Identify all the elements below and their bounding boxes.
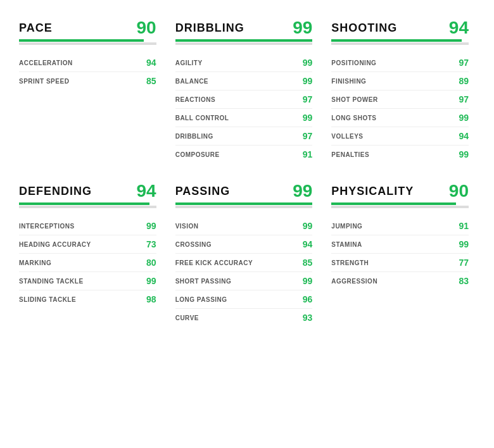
stat-value: 99 — [146, 221, 156, 231]
category-physicality: PHYSICALITY 90 JUMPING 91 STAMINA 99 STR… — [325, 176, 481, 339]
stat-row-shooting-5: PENALTIES 99 — [331, 146, 469, 163]
stat-row-shooting-0: POSITIONING 97 — [331, 54, 469, 72]
category-name: DRIBBLING — [175, 22, 244, 35]
stat-name: SPRINT SPEED — [19, 78, 69, 85]
category-bar-bg — [331, 206, 469, 208]
category-bar-fill — [19, 202, 149, 205]
stat-value: 94 — [303, 239, 313, 249]
stat-row-shooting-2: SHOT POWER 97 — [331, 90, 469, 109]
stat-value: 99 — [303, 221, 313, 231]
stat-value: 99 — [459, 239, 469, 249]
stat-value: 89 — [459, 76, 469, 86]
stat-name: MARKING — [19, 259, 51, 266]
stat-row-defending-2: MARKING 80 — [19, 254, 156, 272]
category-bar-bg — [19, 206, 156, 208]
stat-value: 83 — [459, 276, 469, 286]
category-score: 99 — [293, 182, 312, 200]
stat-name: STAMINA — [331, 241, 362, 248]
stat-value: 85 — [146, 76, 156, 86]
stat-name: STANDING TACKLE — [19, 278, 84, 285]
stat-name: POSITIONING — [331, 59, 376, 66]
category-name: DEFENDING — [19, 185, 92, 198]
stat-row-dribbling-2: REACTIONS 97 — [175, 90, 313, 109]
category-bar-bg — [331, 42, 469, 45]
stat-name: JUMPING — [331, 223, 362, 230]
stat-name: LONG PASSING — [175, 296, 227, 303]
stat-value: 97 — [459, 94, 469, 104]
category-header: PACE 90 — [19, 19, 156, 37]
category-bar-fill — [175, 202, 313, 205]
category-name: PACE — [19, 22, 53, 35]
stat-name: AGGRESSION — [331, 278, 377, 285]
stat-row-passing-0: VISION 99 — [175, 217, 313, 235]
stat-value: 77 — [459, 258, 469, 268]
stat-row-passing-3: SHORT PASSING 99 — [175, 272, 313, 290]
category-header: DEFENDING 94 — [19, 182, 156, 200]
stat-value: 99 — [146, 276, 156, 286]
stat-name: ACCELERATION — [19, 59, 73, 66]
stat-value: 91 — [303, 149, 313, 159]
category-score: 94 — [449, 19, 469, 37]
category-score: 90 — [449, 182, 469, 200]
stat-name: BALL CONTROL — [175, 115, 229, 121]
category-pace: PACE 90 ACCELERATION 94 SPRINT SPEED 85 — [13, 13, 169, 176]
stat-row-passing-5: CURVE 93 — [175, 309, 313, 327]
category-name: SHOOTING — [331, 22, 397, 35]
stat-name: VISION — [175, 223, 199, 230]
category-bar-fill — [331, 202, 456, 205]
stat-name: BALANCE — [175, 78, 208, 85]
stat-name: SHORT PASSING — [175, 278, 232, 285]
stat-value: 91 — [459, 221, 469, 231]
stat-value: 93 — [303, 313, 313, 323]
stat-name: DRIBBLING — [175, 133, 213, 140]
category-dribbling: DRIBBLING 99 AGILITY 99 BALANCE 99 REACT… — [169, 13, 326, 176]
stat-value: 99 — [459, 113, 469, 123]
stat-row-pace-0: ACCELERATION 94 — [19, 54, 156, 72]
stat-value: 99 — [303, 113, 313, 123]
stat-value: 99 — [303, 58, 313, 68]
stat-value: 73 — [146, 239, 156, 249]
stat-value: 99 — [303, 276, 313, 286]
category-bar-bg — [19, 42, 156, 45]
stat-value: 98 — [146, 294, 156, 304]
stat-row-dribbling-3: BALL CONTROL 99 — [175, 109, 313, 127]
stat-value: 94 — [459, 131, 469, 141]
stat-row-shooting-3: LONG SHOTS 99 — [331, 109, 469, 127]
stat-name: REACTIONS — [175, 96, 215, 103]
category-shooting: SHOOTING 94 POSITIONING 97 FINISHING 89 … — [325, 13, 481, 176]
stat-row-dribbling-5: COMPOSURE 91 — [175, 146, 313, 163]
category-name: PHYSICALITY — [331, 185, 414, 198]
stat-value: 85 — [303, 258, 313, 268]
category-defending: DEFENDING 94 INTERCEPTIONS 99 HEADING AC… — [13, 176, 169, 339]
stat-name: STRENGTH — [331, 259, 369, 266]
category-score: 99 — [293, 19, 312, 37]
stat-row-pace-1: SPRINT SPEED 85 — [19, 72, 156, 90]
stat-name: CURVE — [175, 314, 199, 321]
stat-name: VOLLEYS — [331, 133, 363, 140]
stat-row-dribbling-4: DRIBBLING 97 — [175, 127, 313, 146]
stat-name: PENALTIES — [331, 151, 369, 158]
category-score: 90 — [137, 19, 156, 37]
category-score: 94 — [137, 182, 156, 200]
category-bar-fill — [19, 39, 144, 42]
stat-row-defending-0: INTERCEPTIONS 99 — [19, 217, 156, 235]
stat-row-dribbling-1: BALANCE 99 — [175, 72, 313, 90]
stat-row-shooting-4: VOLLEYS 94 — [331, 127, 469, 146]
stat-value: 99 — [459, 149, 469, 159]
category-name: PASSING — [175, 185, 231, 198]
stat-row-physicality-1: STAMINA 99 — [331, 235, 469, 254]
stat-row-defending-1: HEADING ACCURACY 73 — [19, 235, 156, 254]
category-passing: PASSING 99 VISION 99 CROSSING 94 FREE KI… — [169, 176, 326, 339]
stat-row-physicality-2: STRENGTH 77 — [331, 254, 469, 272]
stat-value: 97 — [303, 131, 313, 141]
category-header: SHOOTING 94 — [331, 19, 469, 37]
stat-name: COMPOSURE — [175, 151, 220, 158]
stat-row-dribbling-0: AGILITY 99 — [175, 54, 313, 72]
stat-row-physicality-3: AGGRESSION 83 — [331, 272, 469, 290]
stat-row-passing-1: CROSSING 94 — [175, 235, 313, 254]
stats-grid: PACE 90 ACCELERATION 94 SPRINT SPEED 85 … — [13, 13, 481, 339]
stat-value: 97 — [303, 94, 313, 104]
stat-name: INTERCEPTIONS — [19, 223, 75, 230]
category-header: PHYSICALITY 90 — [331, 182, 469, 200]
category-bar-fill — [175, 39, 313, 42]
